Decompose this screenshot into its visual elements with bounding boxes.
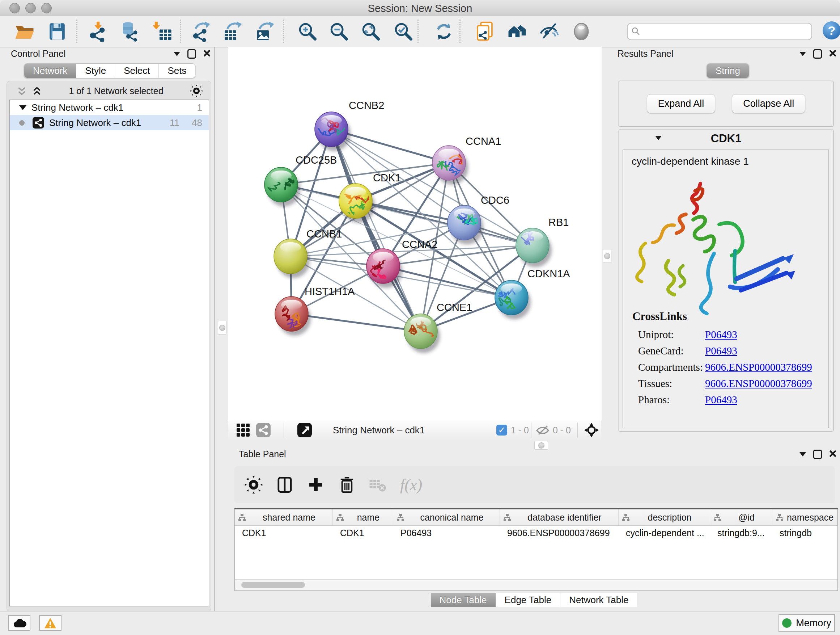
tab-string[interactable]: String xyxy=(707,64,749,78)
help-button[interactable]: ? xyxy=(823,21,840,40)
tab-sets[interactable]: Sets xyxy=(158,64,195,78)
node-HIST1H1A[interactable]: HIST1H1A xyxy=(275,286,355,336)
selected-checkbox-icon[interactable]: ✓ xyxy=(496,424,507,435)
panel-menu-icon[interactable] xyxy=(799,452,806,456)
right-splitter-handle[interactable] xyxy=(603,249,611,263)
cloud-status-button[interactable] xyxy=(8,615,30,631)
edge-CCNB2-CCNE1[interactable] xyxy=(332,129,421,331)
table-cell[interactable]: cyclin-dependent ... xyxy=(619,526,710,540)
table-cell[interactable]: CDK1 xyxy=(333,526,393,540)
show-columns-icon[interactable] xyxy=(276,476,294,494)
zoom-in-icon[interactable] xyxy=(297,21,318,42)
bottom-splitter-handle[interactable] xyxy=(534,441,548,450)
column-type-icon xyxy=(622,514,630,521)
import-network-file-icon[interactable] xyxy=(88,21,109,42)
tab-node-table[interactable]: Node Table xyxy=(431,593,496,607)
warning-status-button[interactable] xyxy=(39,615,62,631)
network-graph[interactable]: CCNB2 CCNA1 CDC25B CDK1 CDC6 RB1 CCNB1 C… xyxy=(228,47,602,420)
refresh-network-icon[interactable] xyxy=(433,21,454,42)
open-session-icon[interactable] xyxy=(14,21,35,42)
table-row[interactable]: CDK1CDK1P064939606.ENSP00000378699cyclin… xyxy=(235,526,837,540)
crosslink-link[interactable]: 9606.ENSP00000378699 xyxy=(705,361,812,373)
panel-menu-icon[interactable] xyxy=(799,52,806,56)
edge-HIST1H1A-CCNE1[interactable] xyxy=(292,314,421,331)
zoom-selected-icon[interactable] xyxy=(393,21,414,42)
network-row[interactable]: String Network – cdk1 11 48 xyxy=(10,115,209,130)
crosslink-link[interactable]: P06493 xyxy=(705,394,737,406)
tab-style[interactable]: Style xyxy=(76,64,115,78)
table-settings-icon[interactable] xyxy=(245,476,263,494)
export-network-icon[interactable] xyxy=(191,21,212,42)
entry-collapse-icon[interactable] xyxy=(655,136,662,140)
crosslink-link[interactable]: P06493 xyxy=(705,345,737,357)
expand-all-button[interactable]: Expand All xyxy=(647,94,715,113)
share-network-icon[interactable] xyxy=(256,423,271,437)
node-CCNE1[interactable]: CCNE1 xyxy=(404,302,472,353)
zoom-fit-icon[interactable] xyxy=(361,21,382,42)
save-session-icon[interactable] xyxy=(47,21,68,42)
panel-menu-icon[interactable] xyxy=(174,52,180,56)
node-CDKN1A[interactable]: CDKN1A xyxy=(488,268,570,319)
column-header-database-identifier[interactable]: database identifier xyxy=(500,509,619,525)
panel-close-icon[interactable] xyxy=(203,49,210,59)
crosslink-link[interactable]: 9606.ENSP00000378699 xyxy=(705,378,812,390)
birdseye-view-icon[interactable] xyxy=(297,423,312,437)
import-network-database-icon[interactable] xyxy=(120,21,141,42)
tree-expander-icon[interactable] xyxy=(19,105,27,110)
delete-row-icon[interactable] xyxy=(338,476,356,494)
results-entry-header[interactable]: CDK1 xyxy=(619,130,833,147)
network-list-options-gear-icon[interactable] xyxy=(190,85,202,97)
column-header-name[interactable]: name xyxy=(333,509,393,525)
toolbar-separator xyxy=(76,19,77,43)
search-input[interactable] xyxy=(644,25,808,38)
show-panels-icon[interactable] xyxy=(571,21,592,42)
gloss-highlight xyxy=(345,187,366,197)
panel-close-icon[interactable] xyxy=(829,449,836,459)
show-home-panels-icon[interactable] xyxy=(507,21,528,42)
memory-button[interactable]: Memory xyxy=(778,614,835,632)
hide-panels-icon[interactable] xyxy=(538,21,560,42)
network-canvas[interactable]: CCNB2 CCNA1 CDC25B CDK1 CDC6 RB1 CCNB1 C… xyxy=(228,47,602,420)
node-RB1[interactable]: RB1 xyxy=(516,217,569,267)
tab-network[interactable]: Network xyxy=(24,64,76,78)
panel-close-icon[interactable] xyxy=(829,49,836,59)
horizontal-scrollbar[interactable] xyxy=(235,579,837,591)
grid-view-icon[interactable] xyxy=(236,423,250,437)
table-cell[interactable]: 9606.ENSP00000378699 xyxy=(500,526,619,540)
left-splitter-handle[interactable] xyxy=(218,321,226,334)
crosslink-link[interactable]: P06493 xyxy=(705,329,737,340)
panel-float-icon[interactable] xyxy=(187,49,196,59)
collapse-all-icon[interactable] xyxy=(17,86,27,96)
table-cell[interactable]: CDK1 xyxy=(235,526,333,540)
column-type-icon xyxy=(397,514,404,521)
export-image-icon[interactable] xyxy=(255,21,276,42)
column-header-@id[interactable]: @id xyxy=(710,509,772,525)
node-CCNB2[interactable]: CCNB2 xyxy=(313,100,385,151)
column-header-namespace[interactable]: namespace xyxy=(772,509,837,525)
control-panel: Control Panel NetworkStyleSelectSets 1 o… xyxy=(3,47,215,611)
panel-float-icon[interactable] xyxy=(813,450,822,459)
table-cell[interactable]: stringdb xyxy=(772,526,837,540)
column-header-description[interactable]: description xyxy=(619,509,710,525)
tab-network-table[interactable]: Network Table xyxy=(560,593,637,607)
gloss-highlight xyxy=(410,317,431,327)
scrollbar-thumb[interactable] xyxy=(241,582,305,588)
column-header-shared-name[interactable]: shared name xyxy=(235,509,333,525)
import-table-file-icon[interactable] xyxy=(152,21,173,42)
panel-float-icon[interactable] xyxy=(813,49,822,59)
add-row-icon[interactable] xyxy=(307,476,325,494)
column-header-canonical-name[interactable]: canonical name xyxy=(393,509,500,525)
node-CCNA1[interactable]: CCNA1 xyxy=(432,135,501,185)
export-table-icon[interactable] xyxy=(223,21,244,42)
zoom-out-icon[interactable] xyxy=(329,21,350,42)
fit-selected-crosshair-icon[interactable] xyxy=(584,423,599,438)
hidden-eye-icon[interactable] xyxy=(535,423,550,437)
network-collection-row[interactable]: String Network – cdk1 1 xyxy=(10,100,209,115)
collapse-all-button[interactable]: Collapse All xyxy=(732,94,805,113)
clone-network-icon[interactable] xyxy=(474,21,495,42)
table-cell[interactable]: P06493 xyxy=(393,526,500,540)
table-cell[interactable]: stringdb:9... xyxy=(710,526,772,540)
tab-select[interactable]: Select xyxy=(115,64,158,78)
expand-all-icon[interactable] xyxy=(32,86,42,96)
tab-edge-table[interactable]: Edge Table xyxy=(496,593,561,607)
